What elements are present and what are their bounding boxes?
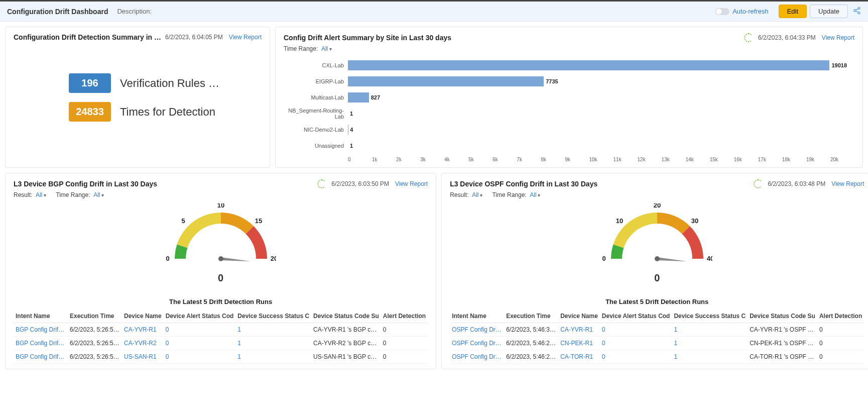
gauge-value: 0 (14, 272, 428, 284)
cell-detection: 0 (381, 323, 428, 337)
metric-value: 24833 (69, 102, 111, 122)
col-header[interactable]: Intent Name (14, 310, 68, 323)
time-range-label: Time Range: (284, 45, 318, 52)
col-header[interactable]: Device Success Status C (672, 310, 748, 323)
cell-time: 6/2/2023, 5:26:51 PM (68, 337, 122, 350)
col-header[interactable]: Device Alert Status Cod (600, 310, 672, 323)
svg-point-18 (655, 256, 660, 261)
cell-alert[interactable]: 0 (600, 337, 672, 350)
loading-icon (754, 179, 763, 188)
cell-intent[interactable]: OSPF Config Drift_… (450, 323, 504, 337)
col-header[interactable]: Device Status Code Su (748, 310, 817, 323)
bar-row: Unassigned 1 (284, 138, 854, 154)
cell-device[interactable]: CN-PEK-R1 (558, 337, 600, 350)
svg-text:30: 30 (691, 217, 698, 225)
svg-line-4 (856, 11, 858, 13)
cell-device[interactable]: CA-TOR-R1 (558, 350, 600, 364)
col-header[interactable]: Execution Time (68, 310, 122, 323)
cell-alert[interactable]: 0 (164, 337, 236, 350)
view-report-link[interactable]: View Report (395, 180, 428, 187)
col-header[interactable]: Intent Name (450, 310, 504, 323)
svg-text:20: 20 (270, 255, 276, 262)
cell-intent[interactable]: BGP Config Drift_C… (14, 323, 68, 337)
bar-chart-x-axis: 01k2k3k4k5k6k7k8k9k10k11k12k13k14k15k16k… (348, 157, 854, 162)
share-icon[interactable] (853, 7, 861, 16)
bar-category: CXL-Lab (284, 62, 348, 68)
cell-alert[interactable]: 0 (600, 323, 672, 337)
col-header[interactable]: Execution Time (504, 310, 558, 323)
bar-category: NIC-Demo2-Lab (284, 127, 348, 133)
cell-intent[interactable]: BGP Config Drift_C… (14, 337, 68, 350)
col-header[interactable]: Device Alert Status Cod (164, 310, 236, 323)
panel-ospf-drift: L3 Device OSPF Config Drift in Last 30 D… (441, 173, 868, 369)
cell-status: CA-YVR-R1 's OSPF c… (748, 323, 817, 337)
cell-alert[interactable]: 0 (164, 323, 236, 337)
cell-success[interactable]: 1 (235, 323, 311, 337)
table-row[interactable]: OSPF Config Drift_… 6/2/2023, 5:46:29 PM… (450, 350, 864, 364)
col-header[interactable]: Device Success Status C (235, 310, 311, 323)
cell-device[interactable]: CA-YVR-R1 (122, 323, 164, 337)
svg-marker-10 (220, 257, 251, 263)
result-select[interactable]: All (472, 191, 482, 198)
bar-row: NB_Segment-Routing-Lab 1 (284, 106, 854, 122)
view-report-link[interactable]: View Report (229, 34, 262, 41)
result-select[interactable]: All (36, 191, 46, 198)
drift-runs-table: Intent NameExecution TimeDevice NameDevi… (450, 310, 864, 364)
svg-text:40: 40 (706, 255, 712, 262)
bar-value: 1 (348, 141, 353, 151)
col-header[interactable]: Alert Detection (381, 310, 428, 323)
table-title: The Latest 5 Drift Detection Runs (14, 298, 428, 305)
gauge-chart: 010203040 0 (450, 203, 864, 284)
col-header[interactable]: Device Status Code Su (311, 310, 381, 323)
table-row[interactable]: BGP Config Drift_U… 6/2/2023, 5:26:50 PM… (14, 350, 428, 364)
metric-value: 196 (69, 73, 111, 93)
auto-refresh-toggle[interactable]: Auto-refresh (715, 8, 769, 15)
loading-icon (317, 179, 326, 188)
cell-device[interactable]: US-SAN-R1 (122, 350, 164, 364)
cell-success[interactable]: 1 (672, 323, 748, 337)
timestamp: 6/2/2023, 6:03:48 PM (768, 180, 825, 187)
table-row[interactable]: BGP Config Drift_C… 6/2/2023, 5:26:51 PM… (14, 323, 428, 337)
table-row[interactable]: BGP Config Drift_C… 6/2/2023, 5:26:51 PM… (14, 337, 428, 350)
bar-value: 1 (348, 109, 353, 119)
bar-category: Multicast-Lab (284, 94, 348, 100)
view-report-link[interactable]: View Report (831, 180, 864, 187)
col-header[interactable]: Device Name (122, 310, 164, 323)
view-report-link[interactable]: View Report (822, 34, 854, 41)
col-header[interactable]: Device Name (558, 310, 600, 323)
cell-alert[interactable]: 0 (600, 350, 672, 364)
cell-success[interactable]: 1 (235, 337, 311, 350)
table-row[interactable]: OSPF Config Drift_… 6/2/2023, 5:46:29 PM… (450, 337, 864, 350)
cell-success[interactable]: 1 (672, 337, 748, 350)
bar-category: NB_Segment-Routing-Lab (284, 108, 348, 120)
cell-time: 6/2/2023, 5:46:31 PM (504, 323, 558, 337)
alert-bar-chart: CXL-Lab 19018 EIGRP-Lab 7735 Multicast-L… (284, 57, 854, 154)
cell-device[interactable]: CA-YVR-R1 (558, 323, 600, 337)
svg-text:0: 0 (602, 255, 605, 262)
cell-time: 6/2/2023, 5:26:50 PM (68, 350, 122, 364)
metric-label: Verification Rules … (120, 77, 219, 90)
cell-device[interactable]: CA-YVR-R2 (122, 337, 164, 350)
dashboard-header: Configuration Drift Dashboard Descriptio… (0, 2, 868, 22)
svg-point-2 (858, 12, 860, 14)
cell-status: CA-YVR-R2 's BGP co… (311, 337, 381, 350)
bar-value: 19018 (829, 60, 847, 70)
time-range-select[interactable]: All (93, 191, 104, 198)
update-button[interactable]: Update (810, 5, 848, 18)
cell-intent[interactable]: OSPF Config Drift_… (450, 337, 504, 350)
bar-value: 827 (369, 92, 380, 102)
time-range-select[interactable]: All (321, 45, 332, 52)
bar-category: EIGRP-Lab (284, 78, 348, 84)
table-row[interactable]: OSPF Config Drift_… 6/2/2023, 5:46:31 PM… (450, 323, 864, 337)
cell-status: CN-PEK-R1 's OSPF c… (748, 337, 817, 350)
cell-intent[interactable]: OSPF Config Drift_… (450, 350, 504, 364)
time-range-select[interactable]: All (530, 191, 540, 198)
cell-intent[interactable]: BGP Config Drift_U… (14, 350, 68, 364)
result-label: Result: (14, 191, 32, 198)
col-header[interactable]: Alert Detection (817, 310, 864, 323)
cell-success[interactable]: 1 (235, 350, 311, 364)
panel-bgp-drift: L3 Device BGP Config Drift in Last 30 Da… (5, 173, 436, 369)
cell-alert[interactable]: 0 (164, 350, 236, 364)
cell-success[interactable]: 1 (672, 350, 748, 364)
edit-button[interactable]: Edit (779, 5, 807, 18)
